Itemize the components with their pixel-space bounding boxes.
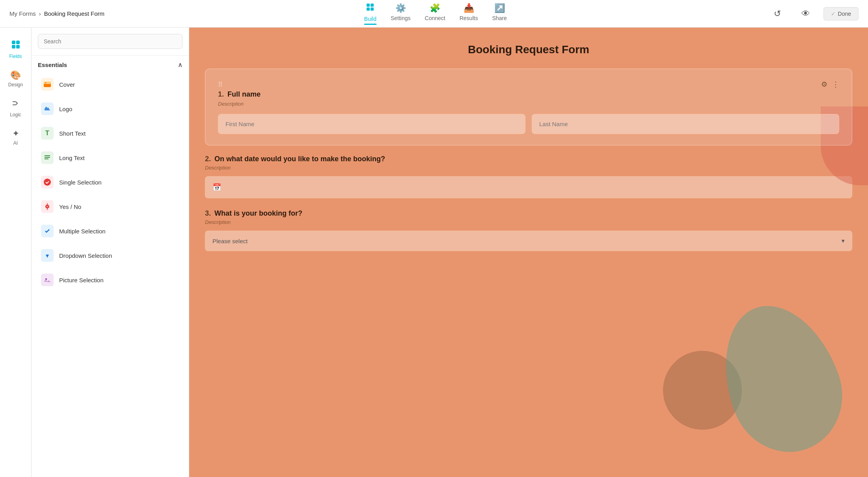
question-1-desc: Description xyxy=(218,101,839,107)
question-2-desc: Description xyxy=(205,165,852,171)
chevron-up-icon[interactable]: ∧ xyxy=(178,61,183,69)
field-item-yes-no[interactable]: Yes / No xyxy=(35,195,186,218)
single-selection-field-icon xyxy=(41,176,54,188)
nav-settings-label: Settings xyxy=(391,15,411,21)
search-input[interactable] xyxy=(38,34,183,49)
sidebar-item-logic[interactable]: Logic xyxy=(2,95,29,121)
dropdown-input[interactable]: Please select ▾ xyxy=(205,231,852,251)
sidebar-design-label: Design xyxy=(8,82,23,88)
last-name-input[interactable] xyxy=(532,114,839,134)
search-box xyxy=(32,28,189,56)
question-3-text: What is your booking for? xyxy=(214,209,302,217)
sidebar-item-fields[interactable]: Fields xyxy=(2,35,29,63)
dropdown-placeholder: Please select xyxy=(212,238,248,244)
breadcrumb-current: Booking Request Form xyxy=(44,10,104,17)
question-1-label: 1. Full name xyxy=(218,90,839,99)
svg-rect-3 xyxy=(371,7,374,11)
done-checkmark: ✓ xyxy=(831,11,836,17)
icon-sidebar: Fields 🎨 Design Logic ✦ AI xyxy=(0,28,32,477)
svg-point-14 xyxy=(44,179,51,186)
svg-rect-5 xyxy=(16,41,20,44)
nav-build[interactable]: Build xyxy=(364,2,376,25)
sidebar-logic-label: Logic xyxy=(10,112,21,117)
card-settings-button[interactable]: ⚙ xyxy=(821,80,827,89)
field-item-single-selection[interactable]: Single Selection xyxy=(35,170,186,194)
yes-no-field-label: Yes / No xyxy=(59,203,81,210)
nav-settings[interactable]: ⚙️ Settings xyxy=(391,3,411,24)
yes-no-field-icon xyxy=(41,200,54,213)
nav-results[interactable]: 📥 Results xyxy=(460,3,478,24)
field-item-logo[interactable]: Logo xyxy=(35,97,186,121)
question-3-desc: Description xyxy=(205,219,852,225)
svg-rect-0 xyxy=(367,4,370,7)
done-label: Done xyxy=(838,11,851,17)
header-actions: ↺ 👁 ✓ Done xyxy=(767,6,859,22)
form-preview-area: Booking Request Form ⠿ ⚙ ⋮ 1. Full name … xyxy=(189,28,868,477)
breadcrumb: My Forms › Booking Request Form xyxy=(9,10,104,17)
nav-build-label: Build xyxy=(364,16,376,22)
card-actions-1: ⚙ ⋮ xyxy=(821,80,839,89)
nav-connect[interactable]: 🧩 Connect xyxy=(425,3,445,24)
nav-connect-label: Connect xyxy=(425,15,445,21)
top-nav: Build ⚙️ Settings 🧩 Connect 📥 Results ↗️… xyxy=(364,2,507,25)
question-3-number: 3. xyxy=(205,209,211,217)
question-card-1: ⠿ ⚙ ⋮ 1. Full name Description xyxy=(205,69,852,145)
svg-rect-2 xyxy=(367,7,370,11)
field-item-dropdown[interactable]: ▾ Dropdown Selection xyxy=(35,244,186,267)
svg-rect-7 xyxy=(16,45,20,48)
main-layout: Fields 🎨 Design Logic ✦ AI Essentials ∧ xyxy=(0,28,868,477)
preview-button[interactable]: 👁 xyxy=(794,6,817,22)
question-2-label: 2. On what date would you like to make t… xyxy=(205,155,852,163)
decorative-leaf xyxy=(704,289,859,468)
logo-field-icon xyxy=(41,102,54,115)
question-2-text: On what date would you like to make the … xyxy=(214,155,385,163)
fields-icon xyxy=(11,39,21,52)
essentials-section-header: Essentials ∧ xyxy=(32,56,189,73)
name-fields xyxy=(218,114,839,134)
question-1-number: 1. xyxy=(218,90,224,98)
done-button[interactable]: ✓ Done xyxy=(823,7,859,20)
multiple-selection-field-icon xyxy=(41,225,54,237)
field-item-short-text[interactable]: T Short Text xyxy=(35,121,186,145)
svg-point-21 xyxy=(45,278,47,280)
short-text-field-icon: T xyxy=(41,127,54,140)
picture-selection-field-label: Picture Selection xyxy=(59,277,104,283)
svg-rect-1 xyxy=(371,4,374,7)
short-text-field-label: Short Text xyxy=(59,130,86,137)
connect-icon: 🧩 xyxy=(430,3,440,13)
form-title: Booking Request Form xyxy=(205,43,852,56)
dropdown-field-label: Dropdown Selection xyxy=(59,252,112,259)
question-3-label: 3. What is your booking for? xyxy=(205,209,852,218)
field-item-long-text[interactable]: Long Text xyxy=(35,146,186,170)
svg-rect-6 xyxy=(12,45,15,48)
field-item-picture-selection[interactable]: Picture Selection xyxy=(35,268,186,292)
history-button[interactable]: ↺ xyxy=(767,6,788,22)
single-selection-field-label: Single Selection xyxy=(59,179,102,186)
cover-field-icon xyxy=(41,78,54,91)
design-icon: 🎨 xyxy=(10,70,21,80)
picture-selection-field-icon xyxy=(41,274,54,286)
first-name-input[interactable] xyxy=(218,114,525,134)
breadcrumb-parent[interactable]: My Forms xyxy=(9,10,36,17)
nav-share[interactable]: ↗️ Share xyxy=(492,3,507,24)
question-2-number: 2. xyxy=(205,155,211,163)
field-item-multiple-selection[interactable]: Multiple Selection xyxy=(35,219,186,243)
sidebar-ai-label: AI xyxy=(13,140,18,146)
date-input[interactable]: 📅 xyxy=(205,176,852,198)
fields-panel: Essentials ∧ Cover Logo T Short Text Lon… xyxy=(32,28,189,477)
card-more-button[interactable]: ⋮ xyxy=(832,80,839,89)
card-header-1: ⠿ ⚙ ⋮ xyxy=(218,80,839,89)
sidebar-item-design[interactable]: 🎨 Design xyxy=(2,66,29,91)
question-2-container: 2. On what date would you like to make t… xyxy=(205,155,852,198)
dropdown-chevron-icon: ▾ xyxy=(842,237,845,244)
multiple-selection-field-label: Multiple Selection xyxy=(59,228,106,235)
long-text-field-label: Long Text xyxy=(59,155,85,161)
field-item-cover[interactable]: Cover xyxy=(35,73,186,96)
sidebar-item-ai[interactable]: ✦ AI xyxy=(2,125,29,150)
results-icon: 📥 xyxy=(464,3,474,13)
cover-field-label: Cover xyxy=(59,81,75,88)
essentials-label: Essentials xyxy=(38,61,67,68)
settings-icon: ⚙️ xyxy=(395,3,406,13)
sidebar-fields-label: Fields xyxy=(9,54,22,59)
drag-handle-1[interactable]: ⠿ xyxy=(218,81,224,88)
